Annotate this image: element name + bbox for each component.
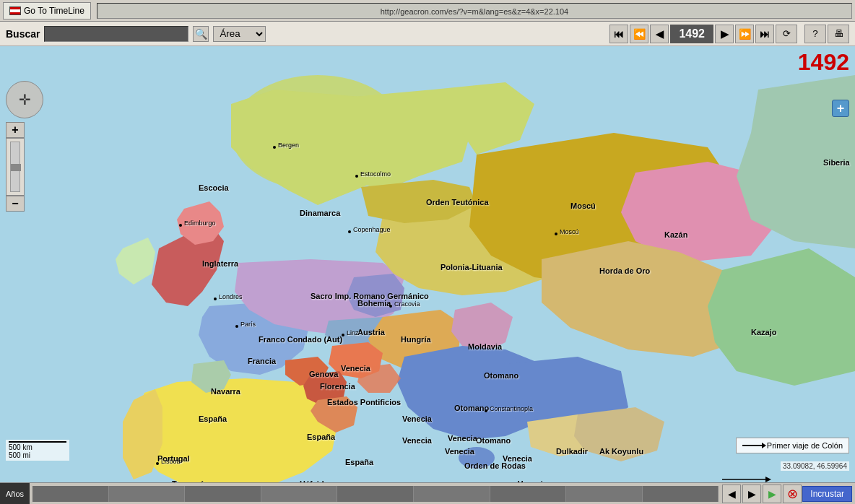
timeline-segment [32,486,109,502]
rewind-med-button[interactable]: ⏪ [630,25,648,43]
forward-med-button[interactable]: ⏩ [735,25,754,43]
city-dot [348,230,351,233]
zoom-controls: + − [6,122,25,212]
timeline-segment [261,486,338,502]
map-svg [0,46,855,504]
rewind-one-button[interactable]: ◀ [650,25,669,43]
map-container[interactable]: 1492 ✛ + − + EscociaInglaterraDinamarcaO… [0,46,855,504]
zoom-slider-handle[interactable] [11,164,21,171]
timeline-segments [32,486,719,502]
flag-icon [9,6,21,15]
year-overlay: 1492 [798,49,849,76]
city-dot [389,305,392,308]
coordinates: 33.09082, 46.59964 [781,461,849,471]
top-bar: Go To TimeLine http://geacron.com/es/?v=… [0,0,855,22]
search-input[interactable] [44,26,188,42]
timeline-segment [643,486,719,502]
timeline-segment [566,486,643,502]
refresh-button[interactable]: ⟳ [776,25,797,43]
city-dot [156,462,159,465]
zoom-add-button[interactable]: + [832,100,849,117]
scale-mi: 500 mi [9,451,66,459]
city-dot [235,325,238,328]
city-dot [355,175,358,178]
timeline-forward-button[interactable]: ▶ [742,485,761,503]
legend: Primer viaje de Colón [736,438,849,453]
nav-controls: ⏮ ⏪ ◀ 1492 ▶ ⏩ ⏭ ⟳ ? 🖶 [609,25,849,43]
legend-item: Primer viaje de Colón [767,441,843,450]
scale-bar: 500 km 500 mi [6,440,69,461]
city-dot [342,334,344,336]
incrustar-button[interactable]: Incrustar [802,486,852,502]
timeline-segment [337,486,414,502]
city-dot [555,233,557,235]
timeline-back-button[interactable]: ◀ [722,485,741,503]
forward-one-button[interactable]: ▶ [715,25,734,43]
rewind-far-button[interactable]: ⏮ [609,25,628,43]
area-select[interactable]: Área Ciudad País [213,26,266,42]
search-bar: Buscar 🔍 Área Ciudad País ⏮ ⏪ ◀ 1492 ▶ ⏩… [0,22,855,46]
timeline-button[interactable]: Go To TimeLine [3,2,91,19]
forward-far-button[interactable]: ⏭ [755,25,774,43]
zoom-in-button[interactable]: + [6,122,25,138]
city-dot [179,224,182,227]
search-button[interactable]: 🔍 [193,26,209,42]
timeline-segment [185,486,261,502]
help-button[interactable]: ? [804,25,826,43]
compass-icon: ✛ [19,91,31,108]
city-dot [273,146,276,149]
url-bar: http://geacron.com/es/?v=m&lang=es&z=4&x… [97,3,852,19]
city-dot [214,297,217,300]
anos-label: Años [0,483,30,504]
timeline-segment [490,486,567,502]
bottom-bar: Años ◀ ▶ ▶ ⊗ Incrustar [0,482,855,504]
zoom-slider[interactable] [6,138,25,196]
timeline-play-button[interactable]: ▶ [763,485,781,503]
print-button[interactable]: 🖶 [828,25,849,43]
year-display: 1492 [670,25,713,43]
zoom-out-button[interactable]: − [6,196,25,212]
timeline-segment [109,486,186,502]
zoom-slider-track [10,142,20,192]
svg-point-2 [459,447,495,469]
timeline-stop-button[interactable]: ⊗ [783,485,802,503]
timeline-track[interactable] [32,486,719,502]
compass-control[interactable]: ✛ [6,81,43,118]
timeline-segment [414,486,490,502]
timeline-label: Go To TimeLine [24,6,84,16]
search-label: Buscar [6,28,40,40]
city-dot [485,409,487,412]
scale-km: 500 km [9,443,66,451]
